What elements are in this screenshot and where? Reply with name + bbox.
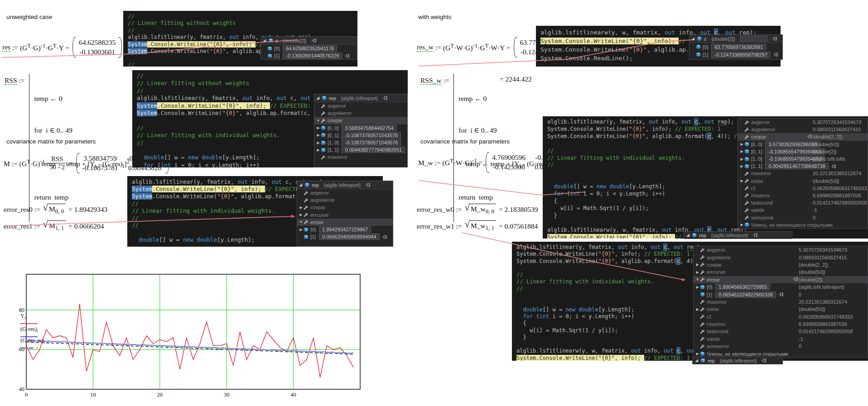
watch-row[interactable]: [1]0.066620400659994944 bbox=[297, 233, 393, 240]
watch-row[interactable]: ▶[0]1.8904566362729955{alglib.lsfit.lsfi… bbox=[694, 283, 868, 291]
watch-header[interactable]: ◢rep{alglib.lsfitreport} bbox=[297, 181, 393, 189]
datatip-corner-icon[interactable]: ◢ bbox=[263, 38, 266, 43]
rep-datatip-bar[interactable]: ◢rep{alglib.lsfitreport} bbox=[684, 231, 792, 239]
watch-row[interactable]: r20.062605860631749333 bbox=[738, 185, 868, 192]
watch-row[interactable]: covpar{double[2, 2]} bbox=[738, 133, 868, 140]
expander-icon[interactable]: ▶ bbox=[739, 179, 744, 183]
code-line[interactable]: // Linear fitting without weights bbox=[137, 80, 408, 87]
watch-row[interactable]: avgerror5.3070726341534673 bbox=[694, 246, 868, 253]
watch-row[interactable]: [0]64.625882352941176 bbox=[261, 45, 357, 52]
pin-icon[interactable] bbox=[761, 358, 767, 363]
watch-row[interactable]: maxerror20.221301380312674 bbox=[694, 298, 868, 306]
watch-row[interactable]: avgrelerror bbox=[314, 110, 407, 117]
watch-row[interactable]: avgrelerror0.0869311560627415 bbox=[694, 253, 868, 261]
watch-row[interactable]: ▶noise{double[50]} bbox=[694, 306, 868, 313]
watch-row[interactable]: avgrelerror bbox=[297, 196, 393, 204]
watch-row[interactable]: ▶errcurve bbox=[297, 211, 393, 219]
watch-row[interactable]: wrmserror0 bbox=[738, 214, 868, 221]
expander-icon[interactable]: ▶ bbox=[739, 157, 744, 161]
watch-row[interactable]: wrmserror0 bbox=[694, 343, 868, 350]
expander-icon[interactable]: ▶ bbox=[299, 205, 304, 210]
watch-row[interactable]: [1]-0.12473388958708297 bbox=[690, 51, 782, 58]
watch-row[interactable]: ▶[0, 0]3.5738262936286089{double[50]} bbox=[738, 141, 868, 148]
watch-row[interactable]: ▶[1, 1]0.0044382777840982551 bbox=[314, 146, 407, 153]
expander-icon[interactable]: ▶ bbox=[695, 307, 700, 311]
datatip-corner-icon[interactable]: ◢ bbox=[686, 233, 690, 237]
datatip-corner-icon[interactable]: ◢ bbox=[316, 96, 319, 100]
code-line[interactable]: // Linear fitting without weights bbox=[128, 20, 357, 27]
watch-row[interactable]: ▶covpar bbox=[297, 204, 393, 211]
watch-row[interactable]: taskrcond0.014217462985992658 bbox=[694, 328, 868, 335]
watch-row[interactable]: avgerror5.3070726341534673 bbox=[738, 119, 868, 126]
pin-icon[interactable] bbox=[773, 52, 778, 57]
watch-row[interactable]: maxerror20.221301380312674 bbox=[738, 170, 868, 177]
watch-row[interactable]: ▶[0, 0]3.5883475884462754 bbox=[314, 124, 407, 132]
expander-icon[interactable]: ▶ bbox=[316, 126, 321, 130]
pin-icon[interactable] bbox=[772, 36, 777, 41]
datatip-corner-icon[interactable]: ◢ bbox=[691, 37, 694, 41]
watch-row[interactable]: ▼errpar bbox=[297, 219, 393, 226]
watch-row[interactable]: avgerror bbox=[314, 102, 407, 110]
pin-icon[interactable] bbox=[382, 234, 387, 239]
watch-row[interactable]: r20.062605860631749333 bbox=[694, 313, 868, 320]
pin-icon[interactable] bbox=[382, 96, 388, 100]
expander-icon[interactable]: ▼ bbox=[299, 220, 304, 224]
watch-row[interactable]: ▶[1, 1]0.00428514577086437380 bbox=[738, 162, 868, 170]
expander-icon[interactable]: ▶ bbox=[316, 133, 321, 137]
expander-icon[interactable]: ▶ bbox=[695, 352, 700, 356]
expander-icon[interactable]: ▼ bbox=[316, 119, 321, 123]
expander-icon[interactable]: ▼ bbox=[695, 277, 700, 282]
watch-header[interactable]: ◢c{double[2]} bbox=[690, 35, 782, 43]
expander-icon[interactable]: ▶ bbox=[299, 228, 304, 232]
expander-icon[interactable]: ▶ bbox=[739, 149, 744, 153]
watch-row[interactable]: [0]63.776569736383991 bbox=[690, 43, 782, 51]
watch-row[interactable]: ▶[1, 0]-0.10873780571043576 bbox=[314, 139, 407, 146]
code-line[interactable]: // bbox=[137, 72, 408, 80]
watch-row[interactable]: rmserror6.6998828881887036 bbox=[694, 320, 868, 328]
datatip-corner-icon[interactable]: ◢ bbox=[299, 183, 302, 187]
datatip-corner-icon[interactable]: ◢ bbox=[695, 358, 698, 363]
watch-row[interactable]: ▶Члены, не являющиеся открытыми bbox=[738, 221, 868, 229]
expander-icon[interactable]: ▶ bbox=[316, 141, 321, 145]
watch-row[interactable]: ▶noise{double[50]} bbox=[738, 177, 868, 185]
expander-icon[interactable]: ▶ bbox=[739, 223, 744, 227]
watch-header[interactable]: ◢rep{alglib.lsfitreport} bbox=[314, 94, 407, 102]
pin-icon[interactable] bbox=[365, 182, 371, 187]
expander-icon[interactable]: ▶ bbox=[695, 285, 700, 289]
expander-icon[interactable]: ▶ bbox=[299, 213, 304, 217]
watch-row[interactable]: ▶errcurve{double[50]} bbox=[694, 268, 868, 276]
pin-icon[interactable] bbox=[752, 233, 758, 238]
pin-icon[interactable] bbox=[778, 292, 784, 297]
expander-icon[interactable]: ▶ bbox=[316, 148, 321, 152]
pin-icon[interactable] bbox=[311, 38, 317, 43]
watch-row[interactable]: [1]-0.13003601440576229 bbox=[261, 52, 357, 59]
watch-row[interactable]: taskrcond0.014217462985992658 bbox=[738, 199, 868, 206]
watch-row[interactable]: ▶[1, 0]-0.10685554799394653{alglib.lsfit… bbox=[738, 155, 868, 162]
watch-row[interactable]: ▼errpar{double[2]} bbox=[694, 276, 868, 283]
pin-icon[interactable] bbox=[831, 164, 836, 169]
code-line[interactable]: // bbox=[128, 62, 357, 67]
watch-row[interactable]: varidx-1 bbox=[738, 206, 868, 214]
watch-row[interactable]: maxerror bbox=[314, 153, 407, 161]
watch-row[interactable]: ▶[0, 1]-0.10873780571043576 bbox=[314, 132, 407, 139]
watch-row[interactable]: ▶covpar{double[2, 2]} bbox=[694, 261, 868, 268]
watch-row[interactable]: avgrelerror0.0869311560627415 bbox=[738, 126, 868, 133]
expander-icon[interactable]: ▶ bbox=[695, 270, 700, 274]
watch-row[interactable]: varidx-1 bbox=[694, 335, 868, 343]
expander-icon[interactable]: ▶ bbox=[695, 263, 700, 267]
pin-icon[interactable] bbox=[807, 134, 812, 139]
watch-row[interactable]: [1]0.0654610248229003380 bbox=[694, 291, 868, 298]
code-line[interactable]: // bbox=[128, 27, 357, 34]
watch-row[interactable]: avgerror bbox=[297, 189, 393, 196]
expander-icon[interactable]: ▶ bbox=[739, 164, 744, 168]
watch-row[interactable]: ▶[0, 1]-0.10685554799394653{double[2]} bbox=[738, 148, 868, 155]
expander-icon[interactable]: ▶ bbox=[739, 142, 744, 146]
pin-icon[interactable] bbox=[407, 148, 408, 153]
pin-icon[interactable] bbox=[344, 53, 350, 58]
watch-filter-box[interactable] bbox=[740, 36, 767, 42]
pin-icon[interactable] bbox=[793, 277, 798, 282]
rep-datatip-bar[interactable]: ◢rep{alglib.lsfitreport} bbox=[692, 357, 783, 364]
watch-header[interactable]: ◢c{double[2]} bbox=[261, 37, 357, 45]
watch-row[interactable]: rmserror6.6998828881887036 bbox=[738, 192, 868, 199]
watch-row[interactable]: ▼covpar bbox=[314, 117, 407, 124]
